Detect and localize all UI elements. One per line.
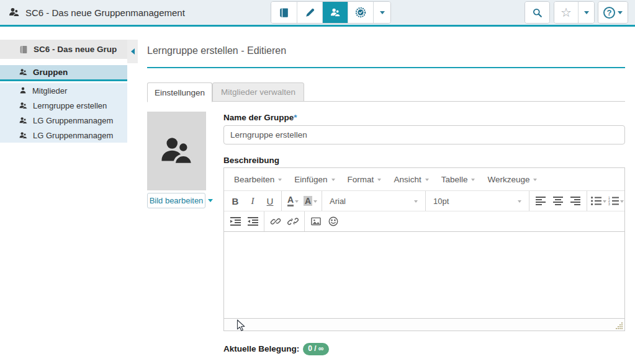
search-icon [531,7,543,19]
star-icon: ☆ [561,6,572,19]
edit-button[interactable] [297,2,322,23]
resize-handle-icon[interactable] [616,322,623,329]
sidebar-item-lerngruppe-erstellen[interactable]: Lerngruppe erstellen [0,98,127,113]
certificate-button[interactable] [348,2,373,23]
align-center-button[interactable] [550,193,566,209]
align-right-button[interactable] [567,193,583,209]
tab-bar: Einstellungen Mitglieder verwalten [147,82,625,102]
caret-down-icon [295,200,299,203]
top-header: SC6 - Das neue Gruppenmanagement [0,0,635,27]
caret-down-icon [425,179,429,181]
outdent-icon [248,217,258,226]
occupancy-row: Aktuelle Belegung: 0 / ∞ [223,343,329,355]
edit-image-button[interactable]: Bild bearbeiten [147,193,205,208]
sidebar-item-course-root[interactable]: SC6 - Das neue Grup [0,40,127,59]
caret-down-icon [313,200,317,203]
sidebar-item-label: LG Gruppenmanagem [33,131,113,140]
toolbar-more-button[interactable] [373,2,390,23]
font-size-select[interactable]: 10pt [428,193,526,209]
name-field-label: Name der Gruppe* [223,113,297,122]
book-icon [278,7,290,19]
search-button[interactable] [525,2,549,23]
caret-down-icon[interactable] [208,199,213,202]
sidebar-item-lg-gruppenmanagement-1[interactable]: LG Gruppenmanagem [0,113,127,128]
bold-button[interactable]: B [227,193,243,209]
bullet-list-button[interactable] [590,193,606,209]
text-color-button[interactable]: A [285,193,301,209]
help-button[interactable]: ? [598,2,628,23]
sidebar-item-mitglieder[interactable]: Mitglieder [0,83,127,98]
group-management-button[interactable] [322,2,348,23]
description-field-label: Beschreibung [223,156,279,165]
unlink-icon [287,216,299,227]
group-icon [19,101,28,110]
group-icon [19,131,28,140]
sidebar-item-label: LG Gruppenmanagem [33,116,113,125]
sidebar-item-gruppen[interactable]: Gruppen [0,65,127,81]
image-icon [310,216,322,227]
align-left-button[interactable] [533,193,549,209]
caret-down-icon [518,200,521,203]
indent-icon [230,217,241,226]
editor-toolbar-row1: B I U A A Arial 10pt [224,191,624,211]
sidebar-item-lg-gruppenmanagement-2[interactable]: LG Gruppenmanagem [0,128,127,143]
menu-einfuegen[interactable]: Einfügen [288,168,341,190]
menu-werkzeuge[interactable]: Werkzeuge [481,168,543,190]
outdent-button[interactable] [245,213,261,229]
insert-emoticon-button[interactable] [325,213,341,229]
caret-down-icon [533,179,537,181]
group-icon [19,116,28,125]
tab-mitglieder-verwalten[interactable]: Mitglieder verwalten [212,82,304,102]
favorites-group: ☆ [554,1,595,24]
group-name-input[interactable] [223,125,625,144]
favorite-menu-button[interactable] [578,2,594,23]
caret-down-icon [620,200,624,203]
caret-down-icon [584,11,589,14]
favorite-button[interactable]: ☆ [554,2,578,23]
numbered-list-button[interactable]: 123 [608,193,624,209]
chevron-left-icon [131,48,135,55]
course-toolbar [271,1,391,24]
menu-tabelle[interactable]: Tabelle [435,168,482,190]
caret-down-icon [331,179,335,181]
align-center-icon [553,197,563,205]
help-group: ? [598,1,628,24]
caret-down-icon [618,11,623,14]
forecolor-icon: A [287,195,294,206]
backcolor-icon: A [304,196,312,206]
group-icon [8,6,20,19]
editor-content-area[interactable] [224,232,624,318]
font-family-select[interactable]: Arial [325,193,423,209]
group-icon [19,68,28,77]
align-right-icon [570,197,580,205]
search-group [525,1,550,24]
page-title: Lerngruppe erstellen - Editieren [147,45,286,56]
menu-bearbeiten[interactable]: Bearbeiten [228,168,288,190]
indent-button[interactable] [227,213,243,229]
insert-group [305,211,345,231]
help-icon: ? [603,7,615,19]
background-color-button[interactable]: A [302,193,318,209]
sidebar-item-label: Lerngruppe erstellen [33,101,107,110]
main-content: Lerngruppe erstellen - Editieren Einstel… [138,27,635,364]
search-toolbar [525,1,550,24]
underline-button[interactable]: U [262,193,278,209]
favorites-toolbar: ☆ [554,1,595,24]
menu-format[interactable]: Format [341,168,388,190]
italic-button[interactable]: I [245,193,261,209]
sidebar: SC6 - Das neue Grup Gruppen Mitglieder L… [0,27,138,364]
link-icon [270,216,281,227]
content-button[interactable] [271,2,297,23]
sidebar-collapse-button[interactable] [127,40,138,63]
caret-down-icon [377,179,381,181]
editor-toolbar-row2 [224,211,624,232]
indent-group [224,211,264,231]
svg-text:1: 1 [608,197,610,200]
align-group [529,191,587,211]
sidebar-item-label: Gruppen [33,68,68,77]
menu-ansicht[interactable]: Ansicht [387,168,435,190]
remove-link-button[interactable] [285,213,301,229]
tab-einstellungen[interactable]: Einstellungen [147,82,212,102]
insert-image-button[interactable] [308,213,324,229]
insert-link-button[interactable] [268,213,284,229]
